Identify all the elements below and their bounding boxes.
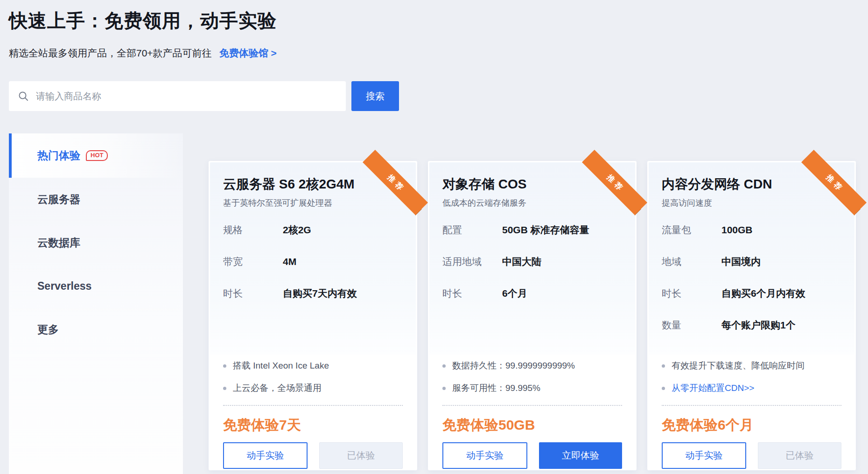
feature-bullet: 服务可用性：99.995%: [442, 383, 622, 394]
bullet-dot-icon: [662, 387, 665, 390]
spec-row: 数量 每个账户限购1个: [662, 319, 841, 331]
spec-row: 时长 自购买7天内有效: [223, 287, 403, 300]
sidebar-item-hot-experience[interactable]: 热门体验 HOT: [9, 133, 183, 178]
active-indicator-bar: [9, 133, 12, 178]
spec-list: 流量包 100GB 地域 中国境内 时长 自购买6个月内有效 数量 每个账户限购…: [662, 224, 841, 331]
spec-value: 自购买7天内有效: [283, 287, 357, 300]
bullet-dot-icon: [223, 387, 226, 390]
bullet-dot-icon: [442, 364, 446, 368]
spec-value: 每个账户限购1个: [721, 319, 796, 331]
sidebar-item-label: 更多: [37, 322, 59, 337]
spec-value: 中国境内: [721, 256, 761, 268]
product-subtitle: 提高访问速度: [662, 198, 841, 208]
feature-bullet: 有效提升下载速度、降低响应时间: [662, 360, 841, 371]
card-detail-section: 数据持久性：99.9999999999% 服务可用性：99.995% 免费体验5…: [429, 355, 635, 469]
spec-row: 时长 自购买6个月内有效: [662, 287, 841, 300]
card-header-section: 内容分发网络 CDN 提高访问速度 流量包 100GB 地域 中国境内 时长 自…: [649, 162, 854, 355]
feature-text: 服务可用性：99.995%: [452, 383, 540, 394]
card-detail-section: 搭载 Intel Xeon Ice Lake 上云必备，全场景通用 免费体验7天…: [210, 355, 416, 469]
search-button[interactable]: 搜索: [351, 81, 399, 111]
spec-label: 时长: [662, 287, 721, 300]
page-title: 快速上手：免费领用，动手实验: [9, 9, 858, 32]
spec-row: 带宽 4M: [223, 256, 403, 268]
dotted-divider: [223, 405, 403, 406]
spec-label: 时长: [442, 287, 502, 300]
card-actions: 动手实验 已体验: [223, 442, 403, 469]
bullet-dot-icon: [662, 364, 665, 368]
page-subtitle: 精选全站最多领用产品，全部70+款产品可前往: [9, 47, 212, 60]
spec-label: 数量: [662, 319, 721, 331]
spec-value: 100GB: [721, 224, 753, 236]
product-title: 内容分发网络 CDN: [662, 176, 841, 192]
spec-label: 带宽: [223, 256, 283, 268]
search-row: 搜索: [9, 81, 868, 111]
feature-bullet: 上云必备，全场景通用: [223, 383, 403, 394]
card-actions: 动手实验 已体验: [662, 442, 841, 469]
free-experience-hall-link[interactable]: 免费体验馆 >: [219, 47, 277, 60]
spec-label: 适用地域: [442, 256, 502, 268]
search-input[interactable]: [35, 91, 336, 102]
spec-value: 自购买6个月内有效: [721, 287, 805, 300]
card-actions: 动手实验 立即体验: [442, 442, 622, 469]
product-card-cos: 推荐 对象存储 COS 低成本的云端存储服务 配置 50GB 标准存储容量 适用…: [428, 161, 637, 470]
spec-row: 流量包 100GB: [662, 224, 841, 236]
already-experienced-button: 已体验: [758, 442, 841, 469]
hot-badge: HOT: [86, 150, 108, 161]
feature-text: 搭载 Intel Xeon Ice Lake: [233, 360, 329, 371]
feature-text: 上云必备，全场景通用: [233, 383, 322, 394]
product-card-cvm: 推荐 云服务器 S6 2核2G4M 基于英特尔至强可扩展处理器 规格 2核2G …: [209, 161, 417, 470]
feature-text: 数据持久性：99.9999999999%: [452, 360, 575, 371]
spec-row: 适用地域 中国大陆: [442, 256, 622, 268]
spec-value: 4M: [283, 256, 296, 268]
feature-text: 有效提升下载速度、降低响应时间: [672, 360, 805, 371]
product-subtitle: 低成本的云端存储服务: [442, 198, 622, 208]
hands-on-lab-button[interactable]: 动手实验: [662, 442, 746, 469]
spec-label: 规格: [223, 224, 283, 236]
feature-bullet: 数据持久性：99.9999999999%: [442, 360, 622, 371]
spec-label: 配置: [442, 224, 502, 236]
sidebar-item-label: Serverless: [37, 280, 91, 293]
spec-list: 配置 50GB 标准存储容量 适用地域 中国大陆 时长 6个月: [442, 224, 622, 300]
sidebar-item-serverless[interactable]: Serverless: [9, 265, 183, 308]
sidebar-item-cloud-server[interactable]: 云服务器: [9, 178, 183, 221]
sidebar-item-label: 热门体验: [37, 148, 80, 163]
spec-label: 时长: [223, 287, 283, 300]
sidebar-item-cloud-database[interactable]: 云数据库: [9, 221, 183, 265]
spec-row: 地域 中国境内: [662, 256, 841, 268]
dotted-divider: [662, 405, 841, 406]
product-title: 对象存储 COS: [442, 176, 622, 192]
spec-value: 6个月: [502, 287, 527, 300]
feature-bullet: 搭载 Intel Xeon Ice Lake: [223, 360, 403, 371]
spec-value: 2核2G: [283, 224, 311, 236]
spec-row: 时长 6个月: [442, 287, 622, 300]
sidebar-item-label: 云服务器: [37, 192, 80, 207]
page-header: 快速上手：免费领用，动手实验 精选全站最多领用产品，全部70+款产品可前往 免费…: [0, 0, 868, 60]
hands-on-lab-button[interactable]: 动手实验: [223, 442, 308, 469]
page-subtitle-row: 精选全站最多领用产品，全部70+款产品可前往 免费体验馆 >: [9, 47, 858, 60]
spec-value: 50GB 标准存储容量: [502, 224, 589, 236]
sidebar: 热门体验 HOT 云服务器 云数据库 Serverless 更多: [9, 133, 183, 474]
product-card-list: 推荐 云服务器 S6 2核2G4M 基于英特尔至强可扩展处理器 规格 2核2G …: [209, 161, 856, 474]
product-title: 云服务器 S6 2核2G4M: [223, 176, 403, 192]
search-box[interactable]: [9, 81, 346, 111]
product-subtitle: 基于英特尔至强可扩展处理器: [223, 198, 403, 208]
search-icon: [18, 91, 28, 101]
sidebar-item-more[interactable]: 更多: [9, 308, 183, 351]
main-content: 热门体验 HOT 云服务器 云数据库 Serverless 更多 推荐 云服务器…: [0, 133, 868, 474]
free-offer-text: 免费体验7天: [223, 417, 403, 433]
spec-row: 配置 50GB 标准存储容量: [442, 224, 622, 236]
try-now-button[interactable]: 立即体验: [539, 442, 622, 469]
spec-value: 中国大陆: [502, 256, 541, 268]
spec-list: 规格 2核2G 带宽 4M 时长 自购买7天内有效: [223, 224, 403, 300]
cdn-tutorial-link[interactable]: 从零开始配置CDN>>: [672, 383, 754, 394]
bullet-dot-icon: [442, 387, 446, 390]
card-detail-section: 有效提升下载速度、降低响应时间 从零开始配置CDN>> 免费体验6个月 动手实验…: [649, 355, 854, 469]
free-offer-text: 免费体验6个月: [662, 417, 841, 433]
already-experienced-button: 已体验: [319, 442, 403, 469]
feature-bullet-link: 从零开始配置CDN>>: [662, 383, 841, 394]
sidebar-item-label: 云数据库: [37, 236, 80, 250]
spec-label: 地域: [662, 256, 721, 268]
free-offer-text: 免费体验50GB: [442, 417, 622, 433]
hands-on-lab-button[interactable]: 动手实验: [442, 442, 527, 469]
spec-label: 流量包: [662, 224, 721, 236]
